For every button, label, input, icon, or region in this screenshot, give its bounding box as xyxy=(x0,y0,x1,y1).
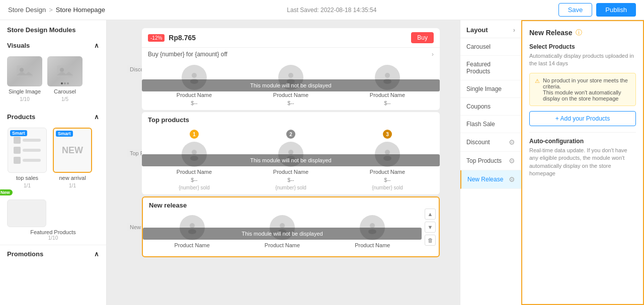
layout-title: Layout xyxy=(466,26,488,34)
layout-item-new-release[interactable]: New Release ⚙ xyxy=(460,170,521,189)
delete-button[interactable]: 🗑 xyxy=(425,235,436,246)
nr-panel-title: New Release xyxy=(529,29,573,37)
products-collapse-icon[interactable]: ∧ xyxy=(94,113,99,121)
top-sales-thumb: Smart xyxy=(8,128,47,173)
new-arrival-thumb: Smart NEW xyxy=(53,128,92,173)
not-displayed-2: This module will not be displayed xyxy=(142,154,440,166)
featured-sub: 1/10 xyxy=(7,235,99,241)
settings-icon-discount[interactable]: ⚙ xyxy=(509,138,515,146)
carousel-dots xyxy=(61,82,69,84)
layout-expand-icon[interactable]: › xyxy=(513,26,515,34)
svg-point-6 xyxy=(288,73,293,78)
discount-products: Product Name $-- Product Name $-- Produc… xyxy=(142,61,440,110)
top-product-sold-1: {number} sold xyxy=(179,185,210,190)
warning-line1: No product in your store meets the crite… xyxy=(543,77,630,89)
warning-icon: ⚠ xyxy=(535,78,540,84)
buy-for-label: Buy {number} for {amount} off xyxy=(148,51,227,58)
breadcrumb-store-design[interactable]: Store Design xyxy=(8,6,46,14)
move-down-button[interactable]: ▼ xyxy=(425,222,436,233)
promotions-section-header: Promotions ∧ xyxy=(0,245,106,261)
layout-item-carousel[interactable]: Carousel xyxy=(460,38,521,56)
discount-module-wrapper: Discount -12% Rp8.765 Buy Buy {number} f… xyxy=(127,28,440,110)
new-release-products-row: Product Name Product Name Product Name T… xyxy=(143,211,422,256)
visuals-grid: Single Image 1/10 Carousel 1/5 xyxy=(0,52,106,108)
top-products-module[interactable]: Top products 1 Product Name $-- {number}… xyxy=(142,112,440,194)
top-sales-sub: 1/1 xyxy=(24,183,31,188)
single-image-placeholder xyxy=(7,56,42,86)
layout-panel: Layout › Carousel Featured Products Sing… xyxy=(460,20,521,305)
top-sales-label: top sales xyxy=(16,175,38,181)
top-sales-lines xyxy=(10,133,45,168)
settings-icon-top-products[interactable]: ⚙ xyxy=(509,157,515,165)
move-up-button[interactable]: ▲ xyxy=(425,209,436,220)
layout-item-top-products[interactable]: Top Products ⚙ xyxy=(460,152,521,170)
nr-product-name-1: Product Name xyxy=(175,242,210,248)
layout-item-discount[interactable]: Discount ⚙ xyxy=(460,133,521,152)
svg-rect-2 xyxy=(57,65,73,77)
new-release-content: Product Name Product Name Product Name T… xyxy=(143,211,422,256)
featured-label: Featured Products xyxy=(7,229,99,235)
layout-carousel-label: Carousel xyxy=(466,43,491,50)
discount-module[interactable]: -12% Rp8.765 Buy Buy {number} for {amoun… xyxy=(142,28,440,110)
new-release-module-wrapper: New Release New release Product Name Pro… xyxy=(127,196,440,257)
nr-product-name-2: Product Name xyxy=(265,242,300,248)
discount-price: Rp8.765 xyxy=(169,34,196,42)
top-product-sold-3: {number} sold xyxy=(372,185,403,190)
top-product-price-1: $-- xyxy=(191,177,197,183)
warning-text: No product in your store meets the crite… xyxy=(543,77,630,101)
breadcrumb: Store Design > Store Homepage xyxy=(8,6,105,14)
top-sales-item[interactable]: Smart xyxy=(7,128,47,188)
layout-item-single-image[interactable]: Single Image xyxy=(460,80,521,98)
dot-3 xyxy=(67,82,69,84)
not-displayed-1: This module will not be displayed xyxy=(142,79,440,91)
visuals-collapse-icon[interactable]: ∧ xyxy=(94,42,99,49)
canvas-area: Discount -12% Rp8.765 Buy Buy {number} f… xyxy=(107,20,460,305)
featured-area[interactable]: Featured Products 1/10 xyxy=(7,199,99,241)
discount-subtitle: Buy {number} for {amount} off › xyxy=(142,48,440,61)
top-products-content: 1 Product Name $-- {number} sold 2 xyxy=(142,126,440,194)
top-product-name-1: Product Name xyxy=(177,169,212,175)
new-release-canvas-title: New release xyxy=(143,197,422,211)
select-products-title: Select Products xyxy=(529,43,636,50)
info-icon: ⓘ xyxy=(576,28,582,37)
carousel-sub: 1/5 xyxy=(61,96,68,102)
carousel-item[interactable]: Carousel 1/5 xyxy=(47,56,83,102)
save-button[interactable]: Save xyxy=(558,3,593,17)
layout-header: Layout › xyxy=(460,20,521,38)
add-products-button[interactable]: + Add your Products xyxy=(529,111,636,126)
not-displayed-3: This module will not be displayed xyxy=(143,228,422,240)
carousel-icon xyxy=(55,61,75,81)
new-release-panel: New Release ⓘ Select Products Automatica… xyxy=(521,20,644,305)
top-product-price-3: $-- xyxy=(384,177,390,183)
layout-item-featured[interactable]: Featured Products xyxy=(460,56,521,80)
publish-button[interactable]: Publish xyxy=(596,3,636,17)
product-price-2: $-- xyxy=(287,100,294,106)
top-products-title: Top products xyxy=(142,112,440,126)
layout-item-flash-sale[interactable]: Flash Sale xyxy=(460,116,521,133)
auto-config-desc: Real-time data update. If you don't have… xyxy=(529,147,636,178)
new-badge: New xyxy=(0,189,13,195)
new-arrival-sub: 1/1 xyxy=(69,183,76,188)
svg-rect-0 xyxy=(17,65,33,77)
warning-line2: This module won't automatically display … xyxy=(543,89,630,101)
buy-button[interactable]: Buy xyxy=(411,32,434,43)
product-name-1: Product Name xyxy=(177,92,212,98)
svg-point-8 xyxy=(385,73,390,78)
new-release-canvas-module[interactable]: New release Product Name Product Name xyxy=(142,196,440,257)
layout-new-release-label: New Release xyxy=(467,176,503,183)
promotions-collapse-icon[interactable]: ∧ xyxy=(94,250,99,258)
chevron-right-icon: › xyxy=(432,51,434,58)
dot-2 xyxy=(64,82,66,84)
new-arrival-item[interactable]: Smart NEW new arrival 1/1 xyxy=(52,128,93,188)
rank-badge-3: 3 xyxy=(383,130,392,139)
single-image-item[interactable]: Single Image 1/10 xyxy=(7,56,42,102)
svg-point-4 xyxy=(192,73,197,78)
smart-badge-1: Smart xyxy=(10,130,27,136)
main-layout: Store Design Modules Visuals ∧ Single Im… xyxy=(0,20,644,305)
settings-icon-new-release[interactable]: ⚙ xyxy=(509,175,515,183)
layout-item-coupons[interactable]: Coupons xyxy=(460,98,521,116)
discount-badge: -12% xyxy=(148,34,165,42)
nr-panel-content: New Release ⓘ Select Products Automatica… xyxy=(522,21,643,184)
featured-thumb xyxy=(7,199,46,227)
select-products-desc: Automatically display products uploaded … xyxy=(529,52,636,68)
